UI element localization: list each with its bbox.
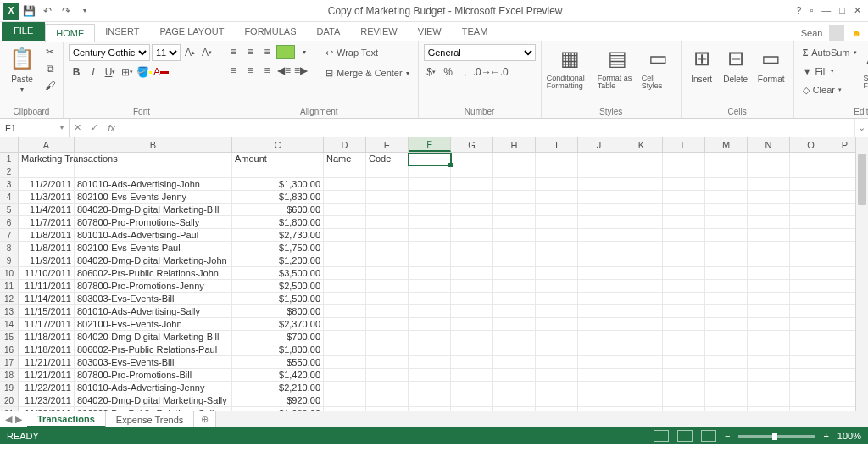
- cell[interactable]: 11/15/2011: [19, 305, 75, 318]
- cell[interactable]: [409, 344, 451, 356]
- qat-customize-icon[interactable]: ▾: [75, 2, 94, 20]
- align-center-icon[interactable]: ≡: [242, 63, 258, 78]
- cell[interactable]: [705, 280, 748, 293]
- cell[interactable]: [578, 204, 620, 216]
- cell[interactable]: [578, 369, 620, 382]
- cell[interactable]: 11/7/2011: [19, 216, 75, 229]
- maximize-icon[interactable]: □: [839, 5, 845, 16]
- cell[interactable]: [663, 394, 705, 407]
- cell[interactable]: [324, 229, 366, 242]
- cell[interactable]: [578, 382, 620, 394]
- cell[interactable]: [748, 369, 790, 382]
- cell[interactable]: 11/23/2011: [19, 407, 75, 411]
- cell[interactable]: [324, 267, 366, 280]
- cell[interactable]: [663, 178, 705, 191]
- cell[interactable]: [832, 382, 858, 394]
- row-header[interactable]: 13: [0, 305, 19, 318]
- cell[interactable]: [832, 356, 858, 369]
- column-header-A[interactable]: A: [19, 137, 75, 152]
- cell[interactable]: [663, 254, 705, 267]
- cell[interactable]: [620, 305, 663, 318]
- cell[interactable]: 806002-Prs-Public Relations-Paul: [75, 344, 232, 356]
- ribbon-options-icon[interactable]: ▫: [810, 5, 813, 16]
- cell[interactable]: [578, 293, 620, 305]
- cell[interactable]: [705, 242, 748, 254]
- cell[interactable]: 11/8/2011: [19, 229, 75, 242]
- cell[interactable]: [748, 382, 790, 394]
- cell[interactable]: [832, 280, 858, 293]
- cell[interactable]: [790, 369, 832, 382]
- cell[interactable]: [705, 344, 748, 356]
- cell[interactable]: [493, 407, 536, 411]
- cell[interactable]: [620, 280, 663, 293]
- cell[interactable]: [832, 394, 858, 407]
- cell[interactable]: [324, 356, 366, 369]
- cell[interactable]: [536, 204, 578, 216]
- cell[interactable]: [620, 153, 663, 165]
- cell[interactable]: [790, 280, 832, 293]
- cell[interactable]: [790, 178, 832, 191]
- cell[interactable]: [493, 318, 536, 331]
- cell[interactable]: [748, 229, 790, 242]
- cell[interactable]: [578, 254, 620, 267]
- cell[interactable]: [324, 165, 366, 178]
- font-name-select[interactable]: Century Gothic: [69, 44, 150, 61]
- cell[interactable]: [451, 254, 493, 267]
- cell[interactable]: [578, 153, 620, 165]
- cell[interactable]: [748, 267, 790, 280]
- cell[interactable]: 11/8/2011: [19, 242, 75, 254]
- cell[interactable]: [748, 280, 790, 293]
- row-header[interactable]: 2: [0, 165, 19, 178]
- cell[interactable]: 804020-Dmg-Digital Marketing-Bill: [75, 204, 232, 216]
- cell[interactable]: [705, 178, 748, 191]
- zoom-out-button[interactable]: −: [725, 431, 730, 441]
- worksheet-grid[interactable]: ABCDEFGHIJKLMNOP 1Marketing Transactions…: [0, 137, 868, 411]
- bold-button[interactable]: B: [69, 64, 84, 80]
- row-header[interactable]: 6: [0, 216, 19, 229]
- cell[interactable]: [536, 153, 578, 165]
- cell[interactable]: [620, 394, 663, 407]
- cell[interactable]: [578, 242, 620, 254]
- cell[interactable]: [324, 242, 366, 254]
- select-all-corner[interactable]: [0, 137, 19, 152]
- cell[interactable]: [451, 356, 493, 369]
- cell[interactable]: [748, 216, 790, 229]
- cell[interactable]: [451, 318, 493, 331]
- cell[interactable]: [748, 305, 790, 318]
- cell[interactable]: [409, 280, 451, 293]
- cell[interactable]: [790, 242, 832, 254]
- cell[interactable]: 11/9/2011: [19, 254, 75, 267]
- cell[interactable]: [832, 407, 858, 411]
- cell[interactable]: [536, 242, 578, 254]
- cell[interactable]: $2,370.00: [232, 318, 324, 331]
- cell[interactable]: [493, 204, 536, 216]
- cell[interactable]: 806002-Prs-Public Relations-John: [75, 267, 232, 280]
- cell[interactable]: [620, 191, 663, 204]
- cell[interactable]: [409, 382, 451, 394]
- cell[interactable]: [832, 191, 858, 204]
- cell[interactable]: [705, 331, 748, 344]
- cell[interactable]: [536, 305, 578, 318]
- cell[interactable]: [578, 165, 620, 178]
- cell[interactable]: [748, 165, 790, 178]
- cell[interactable]: [663, 216, 705, 229]
- cell[interactable]: [493, 229, 536, 242]
- accounting-format-button[interactable]: $▾: [424, 64, 439, 80]
- cell[interactable]: Amount: [232, 153, 324, 165]
- cell[interactable]: 11/4/2011: [19, 204, 75, 216]
- cell[interactable]: 11/22/2011: [19, 382, 75, 394]
- view-page-break-icon[interactable]: [701, 430, 716, 442]
- cell[interactable]: [790, 204, 832, 216]
- increase-indent-icon[interactable]: ≡▶: [293, 63, 309, 78]
- cell[interactable]: [324, 305, 366, 318]
- cell[interactable]: [790, 229, 832, 242]
- cell[interactable]: [409, 293, 451, 305]
- cell[interactable]: 11/18/2011: [19, 344, 75, 356]
- align-middle-icon[interactable]: ≡: [242, 44, 258, 59]
- cell[interactable]: [790, 153, 832, 165]
- cell[interactable]: [663, 344, 705, 356]
- cell[interactable]: [409, 229, 451, 242]
- view-page-layout-icon[interactable]: [677, 430, 693, 442]
- cell[interactable]: [409, 204, 451, 216]
- row-header[interactable]: 1: [0, 153, 19, 165]
